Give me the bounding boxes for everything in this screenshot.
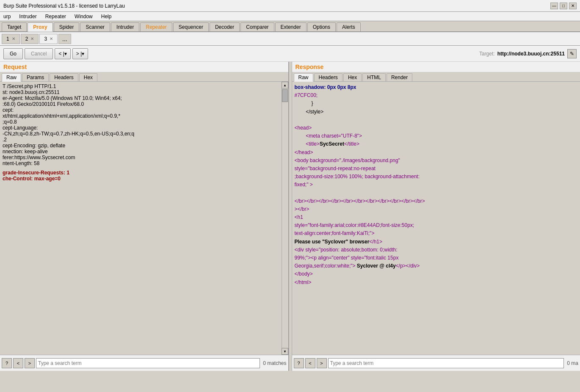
target-url: http://node3.buuoj.cn:25511 bbox=[497, 51, 565, 57]
more-tabs-button[interactable]: ... bbox=[58, 34, 71, 44]
menu-window[interactable]: Window bbox=[73, 13, 94, 20]
target-info: Target: http://node3.buuoj.cn:25511 ✎ bbox=[479, 49, 577, 58]
response-search-bar: ? < > 0 ma bbox=[292, 355, 580, 371]
response-search-input[interactable] bbox=[328, 358, 564, 368]
toolbar: Go Cancel < |▾ > |▾ Target: http://node3… bbox=[0, 46, 580, 62]
request-tab-raw[interactable]: Raw bbox=[2, 73, 21, 82]
request-search-input[interactable] bbox=[36, 358, 260, 368]
response-panel-header: Response bbox=[292, 62, 580, 72]
response-panel: Response Raw Headers Hex HTML Render box… bbox=[292, 62, 580, 371]
request-tab-hex[interactable]: Hex bbox=[79, 73, 97, 81]
response-color-value: #7CFC00; bbox=[295, 92, 318, 98]
request-code: T /Secret.php HTTP/1.1 st: node3.buuoj.c… bbox=[0, 82, 282, 355]
close-button[interactable]: ✕ bbox=[569, 3, 577, 9]
response-tab-hex[interactable]: Hex bbox=[343, 73, 362, 81]
request-scrollbar[interactable]: ▲ ▼ bbox=[282, 82, 288, 355]
sub-tab-3[interactable]: 3 ✕ bbox=[39, 34, 58, 44]
tab-proxy[interactable]: Proxy bbox=[28, 22, 52, 32]
main-tabs: Target Proxy Spider Scanner Intruder Rep… bbox=[0, 21, 580, 32]
menu-intruder[interactable]: Intruder bbox=[17, 13, 38, 20]
response-code: box-shadow: 0px 0px 8px #7CFC00; } </sty… bbox=[292, 82, 580, 355]
request-text: T /Secret.php HTTP/1.1 st: node3.buuoj.c… bbox=[3, 83, 279, 166]
cancel-button[interactable]: Cancel bbox=[25, 48, 53, 59]
minimize-button[interactable]: — bbox=[550, 3, 558, 9]
response-tab-headers[interactable]: Headers bbox=[314, 73, 342, 81]
tab-repeater[interactable]: Repeater bbox=[140, 22, 172, 31]
request-panel: Request Raw Params Headers Hex T /Secret… bbox=[0, 62, 289, 371]
tab-comparer[interactable]: Comparer bbox=[240, 22, 274, 31]
request-search-next-button[interactable]: > bbox=[25, 358, 35, 368]
scroll-up-button[interactable]: ▲ bbox=[282, 82, 288, 88]
tab-spider[interactable]: Spider bbox=[54, 22, 80, 31]
response-search-question-button[interactable]: ? bbox=[294, 358, 304, 368]
menu-bar: urp Intruder Repeater Window Help bbox=[0, 12, 580, 21]
menu-urp[interactable]: urp bbox=[2, 13, 12, 20]
response-search-next-button[interactable]: > bbox=[317, 358, 327, 368]
request-panel-header: Request bbox=[0, 62, 288, 72]
close-tab-3-icon[interactable]: ✕ bbox=[50, 36, 53, 41]
sub-tab-1[interactable]: 1 ✕ bbox=[2, 34, 20, 44]
response-content-area: box-shadow: 0px 0px 8px #7CFC00; } </sty… bbox=[292, 82, 580, 355]
sub-tab-2[interactable]: 2 ✕ bbox=[21, 34, 39, 44]
close-tab-2-icon[interactable]: ✕ bbox=[30, 36, 34, 41]
panels: Request Raw Params Headers Hex T /Secret… bbox=[0, 62, 580, 371]
request-search-question-button[interactable]: ? bbox=[2, 358, 12, 368]
sub-tabs-bar: 1 ✕ 2 ✕ 3 ✕ ... bbox=[0, 32, 580, 46]
close-tab-1-icon[interactable]: ✕ bbox=[12, 36, 15, 41]
panel-divider[interactable] bbox=[289, 62, 292, 371]
response-tab-render[interactable]: Render bbox=[387, 73, 412, 81]
target-edit-button[interactable]: ✎ bbox=[567, 49, 577, 58]
back-button[interactable]: < |▾ bbox=[55, 48, 70, 59]
scroll-thumb[interactable] bbox=[282, 89, 288, 102]
title-bar: Burp Suite Professional v1.5.18 - licens… bbox=[0, 0, 580, 12]
response-match-count: 0 ma bbox=[567, 360, 578, 366]
request-tab-headers[interactable]: Headers bbox=[50, 73, 78, 81]
window-controls[interactable]: — □ ✕ bbox=[550, 3, 577, 9]
target-label: Target: bbox=[479, 51, 495, 57]
request-tabs: Raw Params Headers Hex bbox=[0, 72, 288, 82]
menu-repeater[interactable]: Repeater bbox=[44, 13, 68, 20]
tab-options[interactable]: Options bbox=[307, 22, 336, 31]
tab-scanner[interactable]: Scanner bbox=[80, 22, 110, 31]
response-search-prev-button[interactable]: < bbox=[305, 358, 315, 368]
menu-help[interactable]: Help bbox=[99, 13, 113, 20]
forward-button[interactable]: > |▾ bbox=[72, 48, 88, 59]
scroll-down-button[interactable]: ▼ bbox=[282, 348, 288, 355]
tab-extender[interactable]: Extender bbox=[275, 22, 307, 31]
request-content-area: T /Secret.php HTTP/1.1 st: node3.buuoj.c… bbox=[0, 82, 288, 355]
window-title: Burp Suite Professional v1.5.18 - licens… bbox=[3, 3, 125, 9]
request-search-prev-button[interactable]: < bbox=[13, 358, 23, 368]
tab-decoder[interactable]: Decoder bbox=[210, 22, 240, 31]
tab-alerts[interactable]: Alerts bbox=[337, 22, 361, 31]
tab-target[interactable]: Target bbox=[2, 22, 27, 31]
request-search-bar: ? < > 0 matches bbox=[0, 355, 288, 371]
go-button[interactable]: Go bbox=[3, 48, 23, 59]
tab-sequencer[interactable]: Sequencer bbox=[173, 22, 209, 31]
response-tab-raw[interactable]: Raw bbox=[294, 73, 313, 82]
response-box-shadow: box-shadow: 0px 0px 8px bbox=[295, 84, 356, 90]
request-cache-control: che-Control: max-age=0 bbox=[3, 176, 279, 182]
tab-intruder[interactable]: Intruder bbox=[111, 22, 139, 31]
request-match-count: 0 matches bbox=[263, 360, 286, 366]
request-tab-params[interactable]: Params bbox=[22, 73, 49, 81]
response-tabs: Raw Headers Hex HTML Render bbox=[292, 72, 580, 82]
request-upgrade-insecure: grade-Insecure-Requests: 1 bbox=[3, 170, 279, 176]
response-tab-html[interactable]: HTML bbox=[362, 73, 386, 81]
maximize-button[interactable]: □ bbox=[560, 3, 567, 9]
